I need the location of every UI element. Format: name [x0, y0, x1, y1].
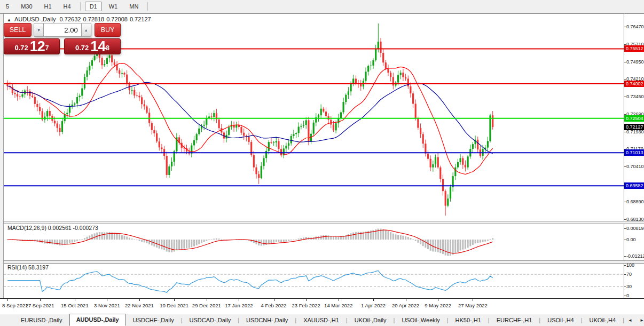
chart-tab[interactable]: UKOil-,Daily [348, 315, 394, 325]
x-axis-tick [239, 299, 239, 301]
macd-bar [46, 240, 48, 244]
timeframe-button-mn[interactable]: MN [124, 2, 143, 11]
chart-tab[interactable]: EURUSD-,Daily [14, 315, 69, 325]
candle [380, 42, 381, 53]
sell-button[interactable]: SELL [4, 23, 32, 37]
chevron-up-icon: ▲ [84, 28, 88, 32]
x-axis-tick [306, 299, 307, 301]
macd-bar [390, 232, 391, 240]
chart-tab[interactable]: XAUUSD-,H1 [296, 315, 346, 325]
candle [323, 109, 324, 112]
macd-bar [454, 240, 456, 253]
candle [141, 97, 143, 104]
chart-tab[interactable]: USOil-,Weekly [395, 315, 446, 325]
candle [81, 89, 83, 96]
panel-splitter[interactable] [0, 260, 644, 264]
chart-tab[interactable]: HK50-,H1 [449, 315, 488, 325]
candle [133, 90, 135, 96]
volume-decrease-button[interactable]: ▼ [34, 23, 44, 37]
chart-tab-active[interactable]: AUDUSD-,Daily [69, 314, 126, 326]
timeframe-button-w1[interactable]: W1 [104, 2, 123, 11]
x-axis-tick [207, 299, 207, 301]
macd-bar [181, 240, 183, 249]
macd-bar [59, 240, 60, 245]
ask-price-prefix: 0.72 [75, 43, 89, 53]
y-axis-tick [624, 132, 626, 132]
macd-bar [480, 240, 481, 243]
macd-bar [335, 237, 337, 240]
macd-bar [161, 240, 162, 249]
macd-bar [79, 240, 81, 240]
collapse-icon[interactable]: ▲ [7, 18, 11, 22]
timeframe-button-h4[interactable]: H4 [59, 2, 76, 11]
level-price-badge: 0.74002 [624, 81, 644, 87]
candle [263, 158, 264, 166]
macd-bar [114, 233, 115, 240]
macd-bar [437, 240, 439, 252]
chart-tab[interactable]: UKOil-,H4 [583, 315, 623, 325]
x-axis-tick [107, 299, 107, 301]
timeframe-button-5[interactable]: 5 [1, 2, 14, 11]
x-axis-tick [274, 299, 274, 301]
tab-scroll-right-icon[interactable]: ► [636, 316, 644, 324]
macd-bar [472, 240, 474, 245]
macd-bar [350, 233, 352, 240]
x-axis-label: 1 Apr 2022 [361, 303, 386, 308]
candle [417, 118, 419, 128]
candle [146, 106, 147, 113]
x-axis-label: 3 Nov 2021 [94, 303, 120, 308]
candle [69, 106, 70, 113]
macd-bar [487, 240, 489, 241]
candle [385, 62, 387, 69]
macd-bar [116, 234, 118, 240]
volume-increase-button[interactable]: ▲ [81, 23, 91, 37]
candle [94, 56, 96, 60]
y-axis-tick [624, 79, 626, 79]
candle [350, 84, 352, 91]
chart-tab[interactable]: USDCHF-,Daily [126, 315, 181, 325]
macd-bar [323, 235, 324, 240]
candle [405, 77, 406, 79]
macd-label: MACD(12,26,9) 0.002561 -0.000273 [7, 225, 98, 231]
buy-button[interactable]: BUY [95, 23, 121, 37]
macd-bar [410, 238, 411, 240]
candle [49, 111, 51, 116]
timeframe-button-h1[interactable]: H1 [40, 2, 57, 11]
candle [79, 96, 81, 98]
symbol-name: AUDUSD-,Daily [14, 16, 56, 22]
chart-tab[interactable]: USDCAD-,Daily [183, 315, 238, 325]
x-axis-label: 4 Feb 2022 [261, 303, 287, 308]
current-price-badge: 0.72127 [624, 124, 644, 130]
macd-bar [57, 240, 58, 245]
chart-tab[interactable]: EURCHF-,H1 [490, 315, 539, 325]
level-price-badge: 0.69582 [624, 182, 644, 189]
macd-bar [400, 235, 402, 240]
one-click-trade-panel: SELL ▼ 2.00 ▲ BUY 0.72127 0.72148 [4, 23, 121, 54]
candle [168, 166, 170, 175]
panel-splitter[interactable] [0, 221, 644, 224]
macd-bar [163, 240, 165, 250]
timeframe-toolbar: 5M30H1H4D1W1MN [0, 0, 644, 13]
rsi-axis-label: 30 [626, 284, 632, 289]
candle [253, 155, 255, 168]
candle [392, 77, 394, 85]
tab-scroll-left-icon[interactable]: ◄ [624, 316, 636, 324]
rsi-chart [0, 263, 644, 298]
macd-bar [136, 240, 138, 240]
candle [320, 109, 322, 116]
candle [126, 75, 128, 84]
timeframe-button-m30[interactable]: M30 [16, 2, 37, 11]
ask-price-box[interactable]: 0.72148 [64, 38, 121, 54]
candle [119, 70, 120, 74]
candle [111, 55, 113, 62]
timeframe-button-d1[interactable]: D1 [85, 2, 102, 11]
macd-bar [178, 240, 180, 250]
volume-input[interactable]: 2.00 [44, 23, 81, 37]
candle [295, 133, 297, 134]
chart-tab[interactable]: USOil-,H4 [540, 315, 581, 325]
chart-tab[interactable]: USDCNH-,Daily [239, 315, 295, 325]
macd-bar [417, 240, 419, 243]
bid-price-box[interactable]: 0.72127 [4, 38, 60, 54]
rsi-label: RSI(14) 58.3197 [7, 264, 49, 271]
x-axis-label: 17 Jan 2022 [225, 303, 253, 308]
